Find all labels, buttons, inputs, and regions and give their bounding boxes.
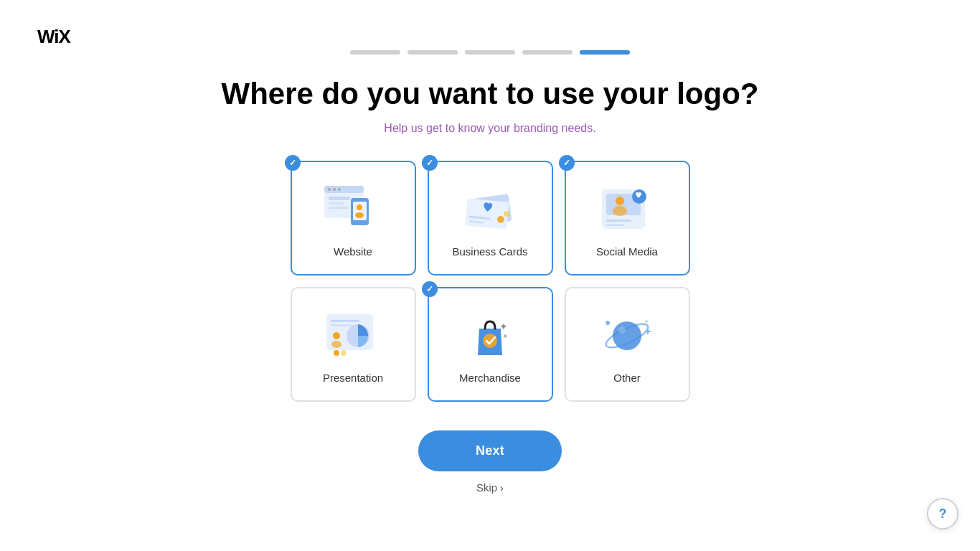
svg-rect-27 [331,320,359,322]
page-subtitle: Help us get to know your branding needs. [384,122,595,135]
svg-rect-6 [329,197,350,200]
svg-rect-7 [329,202,344,204]
skip-link[interactable]: Skip › [476,481,504,494]
option-business-cards[interactable]: ✓ Business Cards [428,161,553,276]
merchandise-icon: ✦ ✦ [458,307,522,364]
option-other[interactable]: ✓ Other [565,287,690,402]
options-grid: ✓ [291,161,690,402]
social-media-icon [595,181,659,238]
next-button[interactable]: Next [418,430,562,471]
svg-point-30 [333,332,340,339]
help-icon: ? [939,507,947,522]
progress-step-5 [580,50,630,55]
svg-point-4 [333,188,336,191]
svg-point-21 [616,197,624,205]
progress-step-3 [465,50,515,55]
svg-rect-25 [606,224,624,226]
presentation-icon [321,307,385,364]
svg-point-31 [331,341,341,348]
svg-point-39 [618,326,626,334]
option-social-media[interactable]: ✓ Social Media [565,161,690,276]
svg-point-40 [606,321,610,325]
svg-point-34 [483,334,497,348]
check-merchandise: ✓ [422,281,438,297]
check-social-media: ✓ [559,155,575,171]
progress-bar [0,43,980,55]
svg-point-12 [355,212,364,218]
wix-logo: WiX [37,26,88,52]
svg-point-22 [613,206,627,216]
svg-point-5 [338,188,341,191]
svg-rect-28 [331,324,352,326]
business-cards-label: Business Cards [452,245,527,258]
skip-label: Skip [476,481,497,494]
svg-point-11 [357,204,362,210]
svg-point-18 [504,211,509,217]
svg-text:WiX: WiX [37,26,72,47]
social-media-label: Social Media [596,245,658,258]
website-label: Website [334,245,372,258]
svg-point-37 [613,321,641,350]
check-business-cards: ✓ [422,155,438,171]
svg-point-33 [341,350,347,356]
presentation-label: Presentation [323,372,383,384]
option-merchandise[interactable]: ✓ ✦ ✦ Merchandise [428,287,553,402]
svg-point-3 [328,188,331,191]
business-cards-icon [458,181,522,238]
svg-point-32 [334,350,339,356]
progress-step-1 [350,50,400,55]
svg-text:✦: ✦ [502,332,508,340]
option-presentation[interactable]: ✓ [291,287,416,402]
svg-point-41 [645,320,648,323]
other-label: Other [613,372,641,384]
other-icon [595,307,659,364]
skip-arrow: › [500,481,504,494]
page-title: Where do you want to use your logo? [221,76,758,112]
merchandise-label: Merchandise [459,372,521,384]
option-website[interactable]: ✓ [291,161,416,276]
svg-point-17 [497,216,504,223]
check-website: ✓ [285,155,301,171]
svg-text:✦: ✦ [499,321,508,332]
svg-rect-24 [606,220,631,222]
progress-step-4 [522,50,573,55]
progress-step-2 [407,50,458,55]
main-content: Where do you want to use your logo? Help… [0,76,980,494]
website-icon [321,181,385,238]
svg-rect-8 [329,207,349,209]
help-button[interactable]: ? [927,498,958,529]
